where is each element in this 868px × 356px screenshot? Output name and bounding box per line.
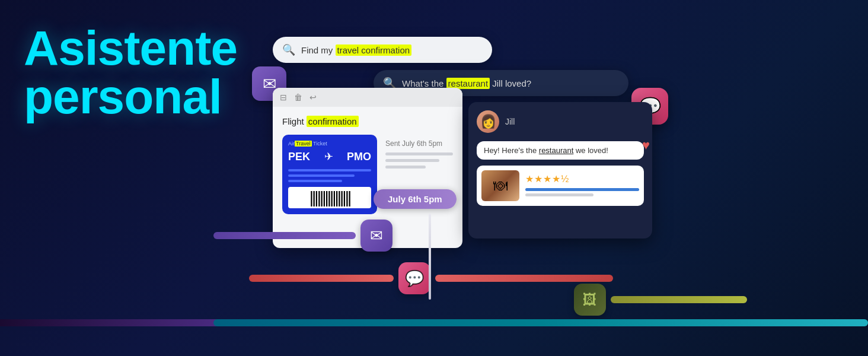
- email-line-3: [385, 166, 426, 169]
- tl-message-line-left: [249, 275, 394, 282]
- hero-title-line2: personal: [24, 69, 222, 123]
- search-text-1: Find my travel confirmation: [301, 45, 411, 55]
- search-icon-1: 🔍: [282, 43, 295, 56]
- tl-bottom-line: [213, 319, 868, 326]
- timeline-row-email: ✉: [213, 220, 747, 252]
- ticket-origin: PEK: [288, 151, 310, 163]
- tl-email-line-left: [213, 232, 356, 239]
- tl-email-line-right: [397, 232, 747, 239]
- search-bar-1[interactable]: 🔍 Find my travel confirmation: [273, 37, 492, 63]
- chat-avatar: 👩: [477, 110, 499, 133]
- chat-user-name: Jill: [505, 117, 515, 126]
- email-body: Flight confirmation AirTravel Ticket PEK…: [273, 107, 462, 182]
- email-sent-info: Sent July 6th 5pm: [385, 139, 453, 148]
- timeline-photo-icon[interactable]: 🖼: [574, 284, 606, 316]
- chat-bubble: Hey! Here's the restaurant we loved! ♥: [477, 141, 644, 160]
- tl-photo-line-left: [213, 296, 569, 303]
- timeline-row-photo: 🖼: [213, 284, 747, 316]
- ticket-line-1: [288, 169, 371, 171]
- email-line-2: [385, 159, 439, 162]
- tl-left-line: [0, 319, 219, 326]
- restaurant-stars: ★★★★½: [525, 173, 639, 185]
- tl-message-line-right: [435, 275, 613, 282]
- ticket-header: AirTravel Ticket: [288, 141, 371, 147]
- ticket-route: PEK ✈ PMO: [288, 150, 371, 163]
- ticket-travel: Travel: [295, 141, 312, 147]
- ticket-lines: [288, 169, 371, 182]
- tl-photo-line-right: [611, 296, 747, 303]
- plane-icon: ✈: [324, 150, 333, 163]
- ticket-ticket: Ticket: [313, 141, 327, 147]
- confirmation-highlight: confirmation: [307, 116, 359, 127]
- email-toolbar: ⊟ 🗑 ↩: [273, 88, 462, 107]
- ticket-destination: PMO: [347, 151, 371, 163]
- timeline-center-line: [429, 214, 431, 300]
- timeline-section: July 6th 5pm ✉ 💬 🖼: [213, 189, 747, 326]
- restaurant-highlight: restaurant: [539, 146, 574, 155]
- email-line-1: [385, 152, 453, 155]
- hero-title: Asistente personal: [24, 24, 237, 121]
- email-sent-lines: [385, 152, 453, 169]
- toolbar-icon-1: ⊟: [280, 93, 287, 102]
- chat-user-row: 👩 Jill: [477, 110, 644, 133]
- timeline-rows: ✉ 💬 🖼: [213, 220, 747, 316]
- toolbar-icon-3: ↩: [309, 93, 317, 102]
- search-highlight-1: travel confirmation: [336, 44, 412, 56]
- ticket-line-2: [288, 174, 355, 177]
- date-bubble: July 6th 5pm: [374, 189, 457, 209]
- ticket-line-3: [288, 180, 342, 182]
- heart-icon: ♥: [642, 138, 650, 153]
- timeline-email-icon[interactable]: ✉: [360, 220, 392, 252]
- ticket-air: Air: [288, 141, 295, 147]
- flight-confirmation-label: Flight confirmation: [282, 116, 453, 126]
- search-highlight-2: restaurant: [446, 78, 490, 89]
- search-text-2: What's the restaurant Jill loved?: [402, 78, 531, 88]
- toolbar-icon-2: 🗑: [294, 93, 302, 102]
- hero-title-line1: Asistente: [24, 21, 237, 75]
